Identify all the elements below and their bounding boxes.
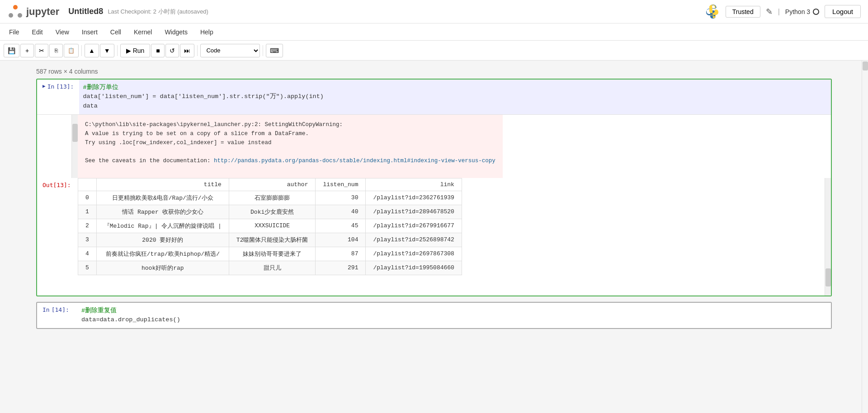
cell-13: ▶ In [13]: #删除万单位 data['listen_num'] = d… xyxy=(36,79,832,296)
restart-icon: ↺ xyxy=(170,47,175,54)
td-cell: 87 xyxy=(316,247,366,261)
table-row: 32020 要好好的T2噬菌体只能侵染大肠杆菌104/playlist?id=2… xyxy=(78,233,462,247)
menu-insert[interactable]: Insert xyxy=(76,26,103,38)
keyboard-shortcuts-button[interactable]: ⌨ xyxy=(266,44,283,57)
add-icon: + xyxy=(25,47,29,54)
restart-button[interactable]: ↺ xyxy=(165,44,179,57)
separator-4 xyxy=(263,45,263,56)
edit-notebook-name-button[interactable]: ✎ xyxy=(766,7,773,17)
save-icon: 💾 xyxy=(8,47,15,54)
menu-help[interactable]: Help xyxy=(195,26,219,38)
stop-button[interactable]: ■ xyxy=(151,44,165,57)
td-cell: 104 xyxy=(316,233,366,247)
table-header-row: title author listen_num link xyxy=(78,178,462,191)
th-index xyxy=(78,178,97,191)
td-index: 2 xyxy=(78,219,97,233)
dataframe-info: 587 rows × 4 columns xyxy=(36,64,832,79)
table-row: 5hook好听的rap甜只儿291/playlist?id=1995084660 xyxy=(78,261,462,275)
checkpoint-info: Last Checkpoint: 2 小时前 (autosaved) xyxy=(108,8,208,16)
page-scroll-thumb xyxy=(863,61,868,70)
td-cell: 2020 要好好的 xyxy=(96,233,229,247)
toolbar: 💾 + ✂ ⎘ 📋 ▲ ▼ ▶ Run ■ ↺ ⏭ Code Markdown … xyxy=(0,41,868,61)
stop-icon: ■ xyxy=(156,47,160,54)
td-index: 5 xyxy=(78,261,97,275)
td-cell: 291 xyxy=(316,261,366,275)
kernel-indicator: Python 3 xyxy=(785,8,819,15)
cell-13-dataframe: title author listen_num link 0日更精挑欧美歌&电音… xyxy=(78,178,825,296)
copy-icon: ⎘ xyxy=(55,47,58,54)
move-down-icon: ▼ xyxy=(104,47,110,54)
td-cell: T2噬菌体只能侵染大肠杆菌 xyxy=(229,233,316,247)
notebook-title[interactable]: Untitled8 xyxy=(68,7,103,16)
keyboard-icon: ⌨ xyxy=(270,47,279,54)
code-line-main: data['listen_num'] = data['listen_num'].… xyxy=(83,92,827,101)
td-cell: /playlist?id=2362761939 xyxy=(366,191,462,205)
td-index: 0 xyxy=(78,191,97,205)
paste-icon: 📋 xyxy=(68,47,75,54)
run-button[interactable]: ▶ Run xyxy=(120,44,151,57)
svg-point-4 xyxy=(713,15,715,16)
cut-icon: ✂ xyxy=(39,47,44,54)
td-cell: 40 xyxy=(316,205,366,219)
in-label-14: In xyxy=(42,306,50,313)
menu-bar: File Edit View Insert Cell Kernel Widget… xyxy=(0,23,868,41)
code-line-comment: #删除万单位 xyxy=(83,83,827,92)
copy-button[interactable]: ⎘ xyxy=(49,44,63,57)
error-scrollbar[interactable] xyxy=(71,115,78,178)
cell-13-code[interactable]: #删除万单位 data['listen_num'] = data['listen… xyxy=(79,80,831,114)
cell-13-df-row: Out[13]: title author listen_num link 0日… xyxy=(37,178,831,296)
menu-file[interactable]: File xyxy=(4,26,25,38)
td-cell: Doki少女鹿安然 xyxy=(229,205,316,219)
svg-point-1 xyxy=(9,13,13,18)
menu-kernel[interactable]: Kernel xyxy=(128,26,157,38)
page-scrollbar[interactable] xyxy=(862,61,868,413)
td-index: 4 xyxy=(78,247,97,261)
menu-view[interactable]: View xyxy=(50,26,75,38)
add-cell-button[interactable]: + xyxy=(20,44,34,57)
jupyter-logo: jupyter xyxy=(7,4,59,20)
td-index: 1 xyxy=(78,205,97,219)
fast-forward-icon: ⏭ xyxy=(184,47,190,54)
run-triangle-icon: ▶ xyxy=(126,47,131,54)
paste-button[interactable]: 📋 xyxy=(64,44,79,57)
menu-widgets[interactable]: Widgets xyxy=(159,26,193,38)
table-row: 4前奏就让你疯狂/trap/欧美hiphop/精选/妹妹别动哥哥要进来了87/p… xyxy=(78,247,462,261)
td-cell: 『Melodic Rap』| 令人沉醉的旋律说唱 | xyxy=(96,219,229,233)
svg-point-0 xyxy=(13,5,18,9)
cell-14-code[interactable]: #删除重复值 data=data.drop_duplicates() xyxy=(78,303,831,329)
run-indicator-icon: ▶ xyxy=(42,83,46,89)
td-cell: 前奏就让你疯狂/trap/欧美hiphop/精选/ xyxy=(96,247,229,261)
out-label-13: Out[13]: xyxy=(37,178,78,296)
cell-13-input: ▶ In [13]: #删除万单位 data['listen_num'] = d… xyxy=(37,80,831,114)
save-button[interactable]: 💾 xyxy=(4,44,19,57)
cell-type-select[interactable]: Code Markdown Raw NBConvert xyxy=(200,44,260,57)
cut-button[interactable]: ✂ xyxy=(35,44,48,57)
top-navbar-right: Trusted ✎ | Python 3 Logout xyxy=(706,5,861,19)
jupyter-logo-icon xyxy=(7,4,24,20)
td-cell: 妹妹别动哥哥要进来了 xyxy=(229,247,316,261)
trusted-button[interactable]: Trusted xyxy=(726,6,760,18)
cell-14: In [14]: #删除重复值 data=data.drop_duplicate… xyxy=(36,302,832,329)
td-cell: XXXSUICIDE xyxy=(229,219,316,233)
move-up-button[interactable]: ▲ xyxy=(85,44,99,57)
code-line-data: data xyxy=(83,102,827,111)
separator-2 xyxy=(117,45,118,56)
in-label: In xyxy=(47,83,55,90)
cell-13-prompt: ▶ In [13]: xyxy=(37,80,79,94)
python-logo-icon xyxy=(706,5,720,19)
cell-13-error-text: C:\python\lib\site-packages\ipykernel_la… xyxy=(78,115,503,178)
menu-edit[interactable]: Edit xyxy=(27,26,48,38)
fast-forward-button[interactable]: ⏭ xyxy=(180,44,194,57)
table-row: 0日更精挑欧美歌&电音/Rap/流行/小众石室膨膨膨膨30/playlist?i… xyxy=(78,191,462,205)
in-num-13: [13]: xyxy=(56,83,74,90)
menu-cell[interactable]: Cell xyxy=(105,26,127,38)
td-cell: /playlist?id=2679916677 xyxy=(366,219,462,233)
pandas-docs-link[interactable]: http://pandas.pydata.org/pandas-docs/sta… xyxy=(214,158,495,164)
table-row: 1情话 Rapper 收获你的少女心Doki少女鹿安然40/playlist?i… xyxy=(78,205,462,219)
code-14-comment: #删除重复值 xyxy=(81,306,827,315)
df-scrollbar[interactable] xyxy=(825,178,831,296)
move-up-icon: ▲ xyxy=(89,47,95,54)
logout-button[interactable]: Logout xyxy=(825,5,861,18)
move-down-button[interactable]: ▼ xyxy=(100,44,114,57)
td-cell: 30 xyxy=(316,191,366,205)
